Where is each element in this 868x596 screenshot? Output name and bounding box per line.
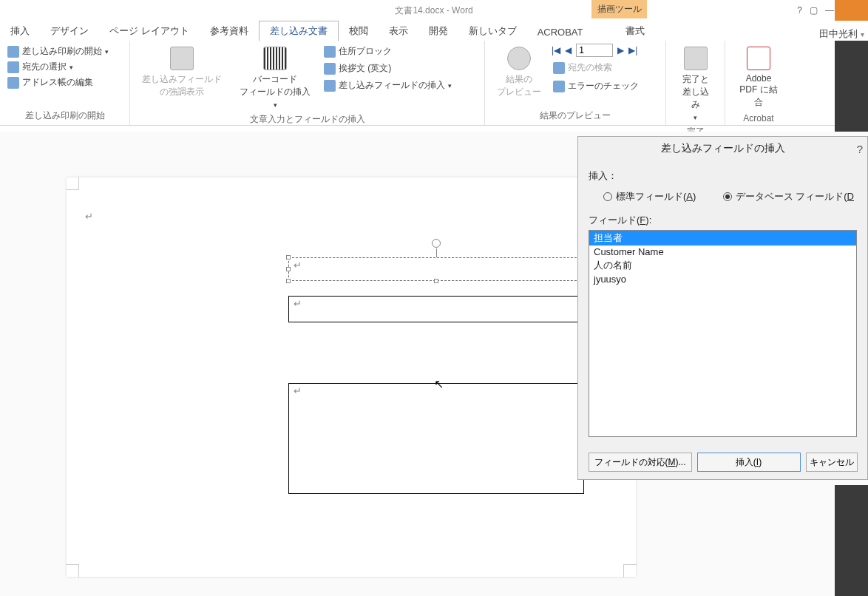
- address-block-button[interactable]: 住所ブロック: [322, 44, 453, 59]
- barcode-icon: [263, 47, 287, 70]
- next-record-icon[interactable]: ▶: [617, 45, 624, 55]
- textbox[interactable]: ↵: [288, 383, 584, 494]
- paragraph-mark: ↵: [85, 211, 93, 223]
- match-fields-button[interactable]: フィールドの対応(M)...: [589, 453, 692, 472]
- tab-mailings[interactable]: 差し込み文書: [259, 21, 339, 41]
- paragraph-mark: ↵: [289, 294, 306, 314]
- finish-icon: [684, 47, 708, 70]
- select-recipients-button[interactable]: 宛先の選択▾: [6, 59, 123, 75]
- paragraph-mark: ↵: [289, 381, 306, 401]
- list-item[interactable]: Customer Name: [589, 245, 856, 258]
- highlight-merge-fields-button: 差し込みフィールド の強調表示: [136, 44, 228, 101]
- tab-acrobat[interactable]: ACROBAT: [527, 24, 594, 41]
- ribbon-tabs: 挿入 デザイン ページ レイアウト 参考資料 差し込み文書 校閲 表示 開発 新…: [0, 21, 868, 41]
- margin-corner: [66, 564, 79, 578]
- help-icon[interactable]: ?: [797, 5, 802, 16]
- margin-corner: [623, 564, 637, 578]
- insert-merge-field-dialog: 差し込みフィールドの挿入 ? 挿入： 標準フィールド(A) データベース フィー…: [577, 136, 868, 480]
- check-errors-button[interactable]: エラーのチェック: [552, 78, 640, 94]
- textbox-selected[interactable]: ↵: [288, 257, 584, 281]
- list-item[interactable]: jyuusyo: [589, 273, 856, 285]
- radio-address-fields[interactable]: 標準フィールド(A): [603, 190, 696, 203]
- tab-page-layout[interactable]: ページ レイアウト: [99, 21, 200, 41]
- last-record-icon[interactable]: ▶|: [628, 45, 637, 55]
- user-account[interactable]: 田中光利 ▾: [819, 27, 864, 41]
- radio-database-fields[interactable]: データベース フィールド(D: [723, 190, 854, 203]
- group-start-mail-merge: 差し込み印刷の開始▾ 宛先の選択▾ アドレス帳の編集 差し込み印刷の開始: [0, 41, 130, 125]
- tab-design[interactable]: デザイン: [40, 21, 99, 41]
- record-number-input[interactable]: [576, 44, 613, 57]
- preview-results-button: 結果の プレビュー: [491, 44, 547, 101]
- mail-merge-icon: [7, 46, 19, 58]
- radio-icon: [603, 192, 612, 201]
- ribbon: 差し込み印刷の開始▾ 宛先の選択▾ アドレス帳の編集 差し込み印刷の開始 差し込…: [0, 41, 868, 126]
- dark-strip: [835, 485, 868, 596]
- dark-strip: [835, 41, 868, 132]
- edit-recipient-list-button[interactable]: アドレス帳の編集: [6, 75, 123, 90]
- find-recipient-button: 宛先の検索: [552, 60, 640, 75]
- tab-references[interactable]: 参考資料: [200, 21, 259, 41]
- accent-strip: [835, 0, 868, 21]
- minimize-icon[interactable]: —: [825, 5, 834, 16]
- search-icon: [553, 62, 565, 74]
- list-item[interactable]: 担当者: [589, 231, 856, 245]
- insert-label: 挿入：: [589, 166, 857, 186]
- greeting-icon: [324, 63, 336, 75]
- dialog-title-bar[interactable]: 差し込みフィールドの挿入 ?: [578, 137, 867, 160]
- tab-view[interactable]: 表示: [379, 21, 418, 41]
- resize-handle[interactable]: [286, 267, 291, 271]
- fields-listbox[interactable]: 担当者 Customer Name 人の名前 jyuusyo: [589, 230, 857, 437]
- insert-button[interactable]: 挿入(I): [697, 453, 801, 472]
- page: ↵ ↵ ↵ ↵ ↖: [67, 177, 636, 577]
- resize-handle[interactable]: [286, 255, 291, 260]
- highlight-fields-icon: [170, 47, 194, 70]
- chevron-down-icon: ▾: [861, 30, 864, 38]
- radio-icon: [723, 192, 732, 201]
- rotation-handle[interactable]: [432, 239, 441, 248]
- fields-label: フィールド(F):: [589, 211, 857, 230]
- group-acrobat: Adobe PDF に結合 Acrobat: [725, 41, 792, 125]
- resize-handle[interactable]: [434, 279, 438, 283]
- tab-new[interactable]: 新しいタブ: [458, 21, 527, 41]
- tab-developer[interactable]: 開発: [418, 21, 458, 41]
- cancel-button[interactable]: キャンセル: [806, 453, 858, 472]
- dialog-help-icon[interactable]: ?: [857, 143, 863, 155]
- user-name: 田中光利: [819, 28, 858, 39]
- tab-format[interactable]: 書式: [615, 21, 655, 41]
- insert-merge-field-button[interactable]: 差し込みフィールドの挿入▾: [322, 78, 453, 93]
- resize-handle[interactable]: [286, 279, 291, 283]
- margin-corner: [66, 177, 79, 190]
- group-finish: 完了と 差し込み▾ 完了: [666, 41, 725, 125]
- prev-record-icon[interactable]: ◀: [565, 45, 572, 55]
- preview-icon: [507, 47, 531, 70]
- contextual-tool-tab: 描画ツール: [591, 0, 647, 18]
- check-errors-icon: [553, 81, 565, 92]
- paragraph-mark: ↵: [289, 255, 306, 275]
- group-write-insert-fields: 差し込みフィールド の強調表示 バーコード フィールドの挿入▾ 住所ブロック 挨…: [130, 41, 485, 125]
- record-nav: |◀ ◀ ▶ ▶|: [552, 44, 640, 57]
- document-title: 文書14.docx - Word: [395, 4, 472, 17]
- start-mail-merge-button[interactable]: 差し込み印刷の開始▾: [6, 44, 123, 59]
- dialog-title: 差し込みフィールドの挿入: [661, 142, 785, 155]
- merge-field-icon: [324, 80, 336, 92]
- title-bar: 文書14.docx - Word 描画ツール ? ▢ — ▭ ✕: [0, 0, 868, 21]
- list-item[interactable]: 人の名前: [589, 258, 856, 273]
- tab-review[interactable]: 校閲: [339, 21, 379, 41]
- recipients-icon: [7, 61, 19, 73]
- greeting-line-button[interactable]: 挨拶文 (英文): [322, 61, 453, 76]
- pdf-icon: [747, 47, 770, 70]
- address-book-icon: [7, 77, 19, 89]
- tab-insert[interactable]: 挿入: [0, 21, 40, 41]
- merge-to-pdf-button[interactable]: Adobe PDF に結合: [731, 44, 786, 112]
- textbox[interactable]: ↵: [288, 296, 584, 322]
- ribbon-display-options-icon[interactable]: ▢: [810, 5, 818, 16]
- group-preview-results: 結果の プレビュー |◀ ◀ ▶ ▶| 宛先の検索 エラーのチェック 結果のプレ…: [485, 41, 666, 125]
- first-record-icon[interactable]: |◀: [552, 45, 560, 55]
- barcode-field-button[interactable]: バーコード フィールドの挿入▾: [234, 44, 316, 112]
- address-block-icon: [324, 46, 336, 58]
- mouse-cursor-icon: ↖: [434, 377, 444, 391]
- finish-merge-button[interactable]: 完了と 差し込み▾: [672, 44, 719, 124]
